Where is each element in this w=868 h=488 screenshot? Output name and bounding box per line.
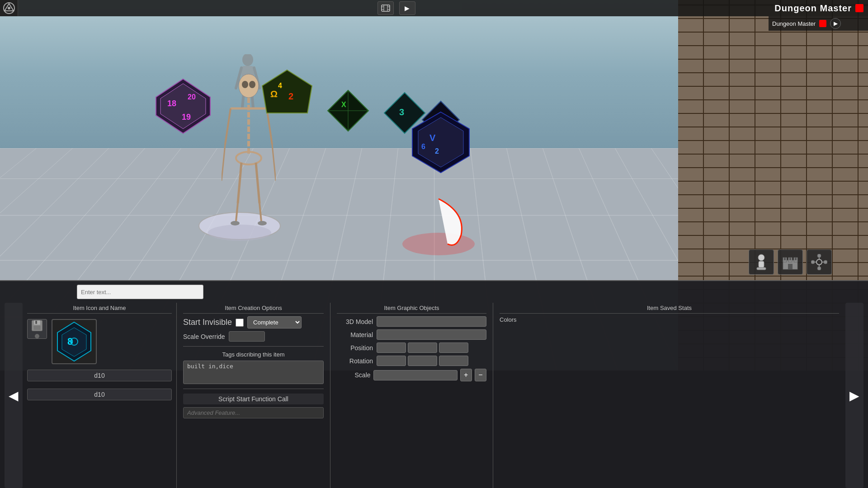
- svg-line-18: [272, 145, 276, 181]
- complete-dropdown[interactable]: Complete Partial None: [247, 316, 302, 328]
- tags-textarea[interactable]: built in,dice: [183, 361, 324, 384]
- purple-d20-dice: 18 19 20: [154, 77, 212, 137]
- svg-text:20: 20: [188, 93, 196, 101]
- play-button[interactable]: ▶: [399, 1, 415, 15]
- svg-rect-67: [788, 264, 793, 269]
- left-nav-arrow[interactable]: ◀: [5, 303, 23, 488]
- start-invisible-checkbox[interactable]: [236, 319, 244, 327]
- tool-icons-row: [749, 249, 832, 275]
- scale-plus-button[interactable]: +: [460, 369, 472, 381]
- svg-rect-79: [33, 326, 41, 330]
- position-x-input[interactable]: 0: [377, 343, 406, 353]
- svg-text:3: 3: [399, 107, 404, 117]
- svg-text:X: X: [341, 101, 346, 108]
- dungeon-master-title: Dungeon Master: [774, 3, 852, 14]
- svg-point-69: [817, 254, 821, 258]
- svg-text:0: 0: [70, 338, 73, 345]
- player-indicator: Dungeon Master ▶: [769, 16, 868, 31]
- player-status-dot: [819, 20, 826, 27]
- player-name: Dungeon Master: [772, 20, 816, 27]
- script-start-label: Script Start Function Call: [183, 394, 324, 404]
- svg-point-57: [758, 254, 764, 261]
- red-glow-effect: [393, 194, 484, 259]
- red-indicator: [855, 4, 863, 12]
- blue-d12-dice: V 2 6: [407, 108, 475, 178]
- rotation-z-input[interactable]: 0: [439, 356, 468, 366]
- scale-input[interactable]: 1: [373, 370, 458, 380]
- topbar: ▶ Dungeon Master: [0, 0, 868, 16]
- script-input[interactable]: [183, 407, 324, 418]
- right-nav-arrow[interactable]: ▶: [845, 303, 863, 488]
- position-z-input[interactable]: 0: [439, 343, 468, 353]
- bottom-panel: ◀ Item Icon and Name: [0, 280, 868, 488]
- item-icon-name-header: Item Icon and Name: [27, 303, 172, 314]
- item-thumbnail: 8 0: [52, 319, 97, 364]
- svg-point-56: [402, 233, 475, 255]
- item-graphic-section: Item Graphic Objects 3D Model D10 Materi…: [330, 303, 493, 488]
- material-input[interactable]: die10: [377, 329, 486, 340]
- svg-rect-65: [789, 258, 791, 260]
- model-label: 3D Model: [337, 318, 373, 325]
- topbar-center: ▶: [18, 1, 774, 15]
- svg-text:2: 2: [288, 91, 293, 101]
- svg-line-17: [222, 145, 225, 181]
- svg-point-26: [242, 54, 253, 66]
- film-icon-button[interactable]: [377, 1, 394, 15]
- svg-point-70: [817, 267, 821, 270]
- tags-section-label: Tags discribing this item: [183, 351, 324, 358]
- svg-text:4: 4: [278, 82, 282, 89]
- rotation-y-input[interactable]: 0: [408, 356, 437, 366]
- item-name-tag-1[interactable]: d10: [27, 370, 172, 381]
- svg-point-10: [239, 74, 259, 98]
- dark-green-d8-dice: X: [326, 88, 371, 135]
- position-label: Position: [337, 344, 373, 352]
- scale-override-input[interactable]: 1.0: [229, 331, 265, 342]
- player-arrow-button[interactable]: ▶: [830, 18, 841, 29]
- model-input[interactable]: D10: [377, 316, 486, 327]
- main-panel-content: ◀ Item Icon and Name: [0, 303, 868, 488]
- rotation-x-input[interactable]: 0: [377, 356, 406, 366]
- colors-label: Colors: [500, 316, 839, 323]
- item-name-tag-2[interactable]: d10: [27, 389, 172, 400]
- castle-tool-button[interactable]: [778, 249, 803, 275]
- svg-point-71: [811, 260, 815, 264]
- svg-line-21: [256, 163, 259, 203]
- svg-point-68: [816, 259, 822, 265]
- search-input[interactable]: [77, 285, 203, 299]
- svg-point-19: [236, 152, 261, 164]
- svg-point-72: [824, 260, 827, 264]
- item-creation-header: Item Creation Options: [183, 303, 324, 314]
- scale-label: Scale: [337, 371, 371, 379]
- svg-rect-59: [757, 267, 766, 270]
- svg-text:6: 6: [421, 143, 425, 150]
- scale-override-row: Scale Override 1.0: [183, 331, 324, 342]
- rotation-inputs: 0 0 0: [377, 356, 468, 366]
- svg-rect-58: [759, 261, 764, 267]
- position-y-input[interactable]: 0: [408, 343, 437, 353]
- material-row: Material die10: [337, 329, 486, 340]
- network-tool-button[interactable]: [807, 249, 832, 275]
- svg-rect-80: [35, 321, 37, 324]
- item-graphic-header: Item Graphic Objects: [337, 303, 486, 314]
- svg-line-23: [259, 203, 261, 221]
- start-invisible-label: Start Invisible: [183, 318, 232, 327]
- scale-override-label: Scale Override: [183, 333, 225, 340]
- model-row: 3D Model D10: [337, 316, 486, 327]
- separator-2: [183, 389, 324, 389]
- svg-text:18: 18: [167, 99, 176, 108]
- separator: [183, 346, 324, 347]
- save-button[interactable]: [27, 319, 47, 339]
- pawn-tool-button[interactable]: [749, 249, 774, 275]
- rotation-label: Rotation: [337, 357, 373, 365]
- start-invisible-row: Start Invisible Complete Partial None: [183, 316, 324, 328]
- svg-marker-39: [262, 70, 312, 113]
- svg-rect-64: [784, 258, 786, 260]
- rotation-row: Rotation 0 0 0: [337, 356, 486, 366]
- svg-line-15: [225, 108, 231, 145]
- topbar-right: Dungeon Master: [774, 3, 868, 14]
- scale-minus-button[interactable]: −: [475, 369, 486, 381]
- svg-point-25: [258, 221, 267, 225]
- svg-rect-66: [795, 258, 797, 260]
- position-inputs: 0 0 0: [377, 343, 468, 353]
- app-logo: [0, 0, 18, 16]
